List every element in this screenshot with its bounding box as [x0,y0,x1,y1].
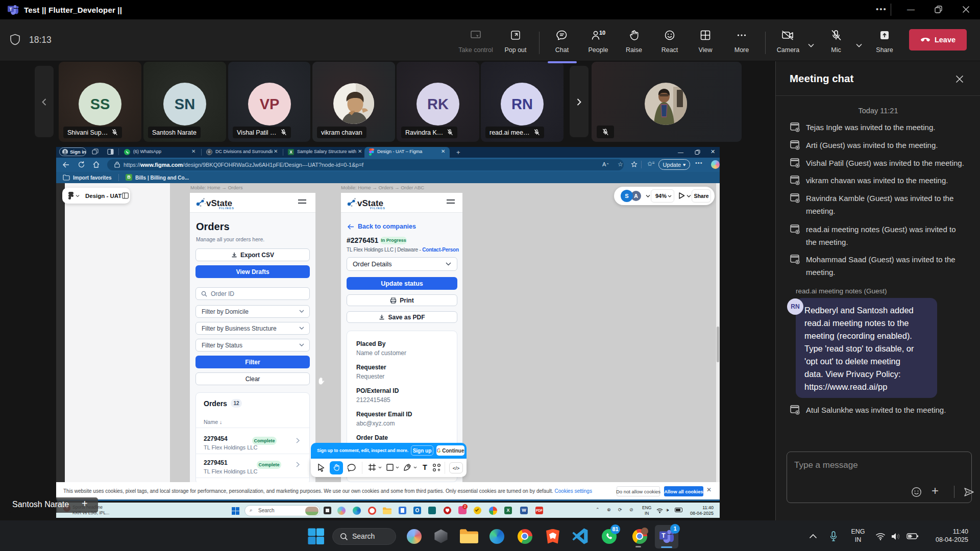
svg-text:FILINGS: FILINGS [219,207,234,210]
svg-text:T: T [9,7,12,12]
svg-text:T: T [662,532,666,539]
svg-text:FILINGS: FILINGS [370,207,385,210]
svg-text:10: 10 [599,30,605,36]
